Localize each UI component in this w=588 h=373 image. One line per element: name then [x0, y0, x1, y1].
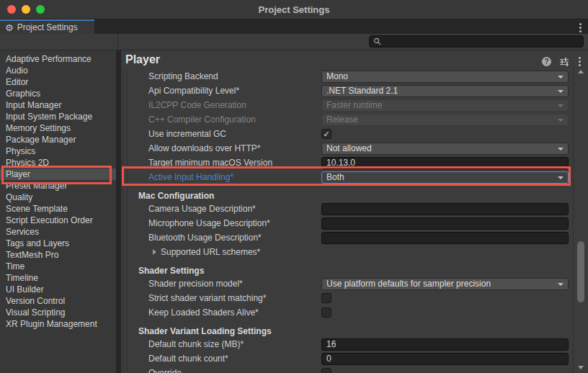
field-label: Supported URL schemes*: [121, 247, 321, 257]
kebab-menu-icon[interactable]: [578, 22, 583, 34]
field-label: Strict shader variant matching*: [121, 293, 321, 303]
sidebar-item-package-manager[interactable]: Package Manager: [0, 134, 116, 145]
field-area: [321, 232, 569, 244]
close-button[interactable]: [7, 5, 16, 14]
chevron-down-icon: [558, 176, 564, 179]
input-microphone-usage-description[interactable]: [321, 217, 569, 230]
sidebar-item-graphics[interactable]: Graphics: [0, 88, 116, 99]
scroll-up-arrow-icon[interactable]: [578, 70, 584, 73]
field-label: Allow downloads over HTTP*: [121, 143, 321, 153]
field-label: Default chunk count*: [121, 354, 321, 364]
sidebar-item-memory-settings[interactable]: Memory Settings: [0, 122, 116, 134]
sidebar-item-visual-scripting[interactable]: Visual Scripting: [0, 307, 116, 318]
sidebar-item-timeline[interactable]: Timeline: [0, 272, 116, 284]
input-target-minimum-macos-version[interactable]: 10.13.0: [321, 157, 569, 169]
section-label: Mac Configuration: [121, 191, 214, 201]
scroll-down-arrow-icon[interactable]: [578, 366, 584, 369]
dropdown-scripting-backend[interactable]: Mono: [321, 71, 569, 83]
foldout-arrow-icon[interactable]: [153, 249, 156, 255]
input-default-chunk-count[interactable]: 0: [321, 353, 569, 365]
settings-rows: Scripting BackendMonoApi Compatibility L…: [121, 69, 569, 373]
dropdown-active-input-handling[interactable]: Both: [321, 171, 569, 184]
sidebar-item-audio[interactable]: Audio: [0, 65, 116, 76]
sidebar-item-script-execution-order[interactable]: Script Execution Order: [0, 215, 116, 226]
search-icon: [373, 37, 381, 45]
sidebar-item-physics[interactable]: Physics: [0, 145, 116, 157]
dropdown-c-compiler-configuration: Release: [321, 114, 569, 126]
tab-project-settings[interactable]: ⚙ Project Settings: [0, 19, 94, 34]
field-label: Keep Loaded Shaders Alive*: [121, 307, 321, 318]
input-bluetooth-usage-description[interactable]: [321, 232, 569, 244]
checkbox-override[interactable]: [321, 368, 331, 373]
sidebar-item-scene-template[interactable]: Scene Template: [0, 203, 116, 215]
chevron-down-icon: [558, 119, 564, 122]
field-area: 0: [321, 353, 569, 365]
field-label: Override: [121, 368, 321, 373]
settings-row-keep-loaded-shaders-alive: Keep Loaded Shaders Alive*: [121, 305, 569, 320]
field-area: ✓: [321, 129, 569, 139]
sidebar-item-quality[interactable]: Quality: [0, 192, 116, 203]
field-area: .NET Standard 2.1: [321, 85, 569, 97]
sidebar-item-tags-and-layers[interactable]: Tags and Layers: [0, 238, 116, 249]
scrollbar-thumb[interactable]: [577, 241, 584, 302]
field-area: 10.13.0: [321, 157, 569, 169]
field-label: Default chunk size (MB)*: [121, 339, 321, 349]
field-area: [321, 368, 569, 373]
field-label: Microphone Usage Description*: [121, 218, 321, 228]
settings-row-default-chunk-count: Default chunk count*0: [121, 351, 569, 366]
settings-row-microphone-usage-description: Microphone Usage Description*: [121, 216, 569, 230]
sidebar-item-input-manager[interactable]: Input Manager: [0, 99, 116, 111]
field-label: Bluetooth Usage Description*: [121, 233, 321, 243]
dropdown-allow-downloads-over-http[interactable]: Not allowed: [321, 143, 569, 155]
presets-icon[interactable]: [559, 58, 569, 66]
section-label: Shader Settings: [121, 266, 204, 276]
dropdown-value: Use platform defaults for sampler precis…: [326, 279, 491, 289]
traffic-lights: [7, 5, 45, 14]
sidebar-item-preset-manager[interactable]: Preset Manager: [0, 180, 116, 192]
search-input[interactable]: [369, 35, 584, 48]
zoom-button[interactable]: [36, 5, 45, 14]
dropdown-api-compatibility-level[interactable]: .NET Standard 2.1: [321, 85, 569, 97]
section-header-shader-variant-loading-settings: Shader Variant Loading Settings: [121, 325, 569, 337]
sidebar-item-textmesh-pro[interactable]: TextMesh Pro: [0, 249, 116, 261]
sidebar-item-version-control[interactable]: Version Control: [0, 295, 116, 307]
dropdown-il2cpp-code-generation: Faster runtime: [321, 99, 569, 112]
settings-row-allow-downloads-over-http: Allow downloads over HTTP*Not allowed: [121, 141, 569, 156]
sidebar-item-adaptive-performance[interactable]: Adaptive Performance: [0, 53, 116, 65]
input-camera-usage-description[interactable]: [321, 203, 569, 215]
field-label: Camera Usage Description*: [121, 204, 321, 214]
field-area: Both: [321, 171, 569, 184]
sidebar-item-physics-2d[interactable]: Physics 2D: [0, 157, 116, 168]
field-area: Release: [321, 114, 569, 126]
sidebar-item-ui-builder[interactable]: UI Builder: [0, 284, 116, 295]
chevron-down-icon: [558, 104, 564, 107]
player-settings-panel: Player ? Scripting BackendMonoApi Compat…: [121, 50, 588, 373]
sidebar-item-input-system-package[interactable]: Input System Package: [0, 111, 116, 122]
chevron-down-icon: [558, 76, 564, 78]
sidebar-item-xr-plugin-management[interactable]: XR Plugin Management: [0, 318, 116, 330]
toolbar: [0, 34, 588, 50]
checkbox-use-incremental-gc[interactable]: ✓: [321, 129, 331, 139]
dropdown-value: Not allowed: [326, 143, 372, 153]
settings-row-api-compatibility-level: Api Compatibility Level*.NET Standard 2.…: [121, 84, 569, 98]
sidebar-item-editor[interactable]: Editor: [0, 76, 116, 88]
dropdown-value: .NET Standard 2.1: [326, 86, 398, 96]
sidebar-item-services[interactable]: Services: [0, 226, 116, 238]
window-title: Project Settings: [0, 4, 588, 15]
minimize-button[interactable]: [22, 5, 30, 14]
checkbox-strict-shader-variant-matching[interactable]: [321, 293, 331, 303]
settings-row-strict-shader-variant-matching: Strict shader variant matching*: [121, 291, 569, 305]
checkbox-keep-loaded-shaders-alive[interactable]: [321, 307, 331, 318]
dropdown-shader-precision-model[interactable]: Use platform defaults for sampler precis…: [321, 278, 569, 290]
help-icon[interactable]: ?: [542, 57, 551, 66]
settings-row-use-incremental-gc: Use incremental GC✓: [121, 127, 569, 141]
field-label: Target minimum macOS Version: [121, 158, 321, 168]
sidebar-item-player[interactable]: Player: [0, 168, 116, 180]
sidebar-item-time[interactable]: Time: [0, 261, 116, 272]
titlebar: Project Settings: [0, 0, 588, 19]
settings-row-supported-url-schemes[interactable]: Supported URL schemes*: [121, 245, 569, 259]
vertical-scrollbar[interactable]: [573, 66, 588, 373]
input-default-chunk-size-mb[interactable]: 16: [321, 338, 569, 351]
field-area: 16: [321, 338, 569, 351]
settings-row-shader-precision-model: Shader precision model*Use platform defa…: [121, 277, 569, 291]
